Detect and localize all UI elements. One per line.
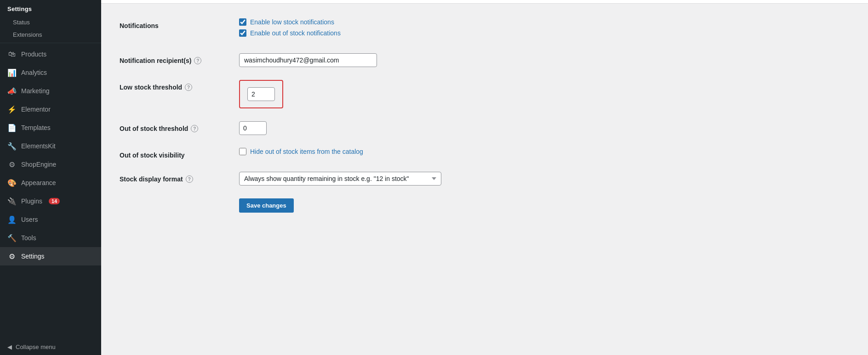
sidebar-item-label: Appearance bbox=[21, 179, 56, 186]
sidebar-item-plugins[interactable]: 🔌 Plugins 14 bbox=[0, 192, 101, 210]
plugins-icon: 🔌 bbox=[7, 197, 17, 206]
marketing-icon: 📣 bbox=[7, 86, 17, 96]
sidebar-divider bbox=[0, 43, 101, 43]
settings-icon: ⚙ bbox=[7, 252, 17, 261]
low-stock-highlight-box bbox=[239, 80, 283, 108]
low-stock-threshold-field bbox=[239, 80, 497, 108]
tools-icon: 🔨 bbox=[7, 233, 17, 242]
sidebar-item-label: ElementsKit bbox=[21, 142, 56, 150]
notification-recipient-help-icon[interactable]: ? bbox=[194, 57, 201, 64]
templates-icon: 📄 bbox=[7, 123, 17, 132]
notification-recipient-row: Notification recipient(s) ? bbox=[120, 53, 497, 67]
out-of-stock-visibility-checkbox-row[interactable]: Hide out of stock items from the catalog bbox=[239, 148, 497, 155]
out-of-stock-visibility-field: Hide out of stock items from the catalog bbox=[239, 148, 497, 159]
out-of-stock-threshold-field bbox=[239, 121, 497, 135]
sidebar-item-label: Users bbox=[21, 216, 38, 223]
low-stock-threshold-help-icon[interactable]: ? bbox=[185, 84, 192, 91]
out-of-stock-threshold-input[interactable] bbox=[239, 121, 267, 135]
sidebar-item-appearance[interactable]: 🎨 Appearance bbox=[0, 174, 101, 192]
notification-recipient-input[interactable] bbox=[239, 53, 377, 67]
sidebar-item-settings[interactable]: ⚙ Settings bbox=[0, 247, 101, 265]
users-icon: 👤 bbox=[7, 215, 17, 224]
save-row: Save changes bbox=[120, 198, 497, 213]
sidebar-item-label: Templates bbox=[21, 124, 51, 131]
sidebar-item-label: Plugins bbox=[21, 197, 42, 205]
stock-display-format-row: Stock display format ? Always show quant… bbox=[120, 172, 497, 186]
save-changes-button[interactable]: Save changes bbox=[239, 198, 294, 213]
sidebar-item-elementskit[interactable]: 🔧 ElementsKit bbox=[0, 137, 101, 155]
sidebar-item-shopengine[interactable]: ⚙ ShopEngine bbox=[0, 155, 101, 174]
products-icon: 🛍 bbox=[7, 50, 17, 59]
collapse-icon: ◀ bbox=[7, 344, 12, 350]
low-stock-threshold-input[interactable] bbox=[247, 87, 275, 101]
top-bar bbox=[101, 0, 868, 4]
sidebar-item-products[interactable]: 🛍 Products bbox=[0, 45, 101, 63]
out-of-stock-visibility-row: Out of stock visibility Hide out of stoc… bbox=[120, 148, 497, 159]
sidebar-header: Settings bbox=[0, 0, 101, 16]
content-area: Notifications Enable low stock notificat… bbox=[101, 4, 515, 240]
analytics-icon: 📊 bbox=[7, 68, 17, 77]
low-stock-threshold-row: Low stock threshold ? bbox=[120, 80, 497, 108]
notification-recipient-field bbox=[239, 53, 497, 67]
sidebar-subitem-status[interactable]: Status bbox=[0, 16, 101, 28]
out-of-stock-threshold-row: Out of stock threshold ? bbox=[120, 121, 497, 135]
plugins-badge: 14 bbox=[49, 198, 60, 204]
stock-display-format-select[interactable]: Always show quantity remaining in stock … bbox=[239, 172, 441, 186]
sidebar-collapse-button[interactable]: ◀ Collapse menu bbox=[0, 339, 101, 355]
out-of-stock-visibility-label: Out of stock visibility bbox=[120, 148, 239, 159]
main-content: Notifications Enable low stock notificat… bbox=[101, 0, 868, 355]
sidebar-item-label: ShopEngine bbox=[21, 161, 56, 168]
sidebar-item-templates[interactable]: 📄 Templates bbox=[0, 118, 101, 137]
notifications-label: Notifications bbox=[120, 18, 239, 29]
elementskit-icon: 🔧 bbox=[7, 141, 17, 151]
sidebar: Settings Status Extensions 🛍 Products 📊 … bbox=[0, 0, 101, 355]
enable-low-stock-checkbox-row[interactable]: Enable low stock notifications bbox=[239, 18, 497, 26]
out-of-stock-threshold-help-icon[interactable]: ? bbox=[191, 125, 198, 132]
enable-low-stock-label: Enable low stock notifications bbox=[250, 18, 334, 26]
sidebar-subitem-extensions[interactable]: Extensions bbox=[0, 28, 101, 41]
sidebar-item-label: Marketing bbox=[21, 87, 49, 95]
collapse-label: Collapse menu bbox=[16, 344, 56, 350]
enable-out-of-stock-checkbox-row[interactable]: Enable out of stock notifications bbox=[239, 29, 497, 37]
appearance-icon: 🎨 bbox=[7, 178, 17, 187]
sidebar-item-users[interactable]: 👤 Users bbox=[0, 210, 101, 229]
out-of-stock-visibility-checkbox-label: Hide out of stock items from the catalog bbox=[250, 148, 363, 155]
sidebar-item-label: Analytics bbox=[21, 69, 47, 76]
enable-out-of-stock-checkbox[interactable] bbox=[239, 29, 246, 37]
notifications-row: Notifications Enable low stock notificat… bbox=[120, 18, 497, 40]
sidebar-item-marketing[interactable]: 📣 Marketing bbox=[0, 82, 101, 100]
out-of-stock-visibility-checkbox[interactable] bbox=[239, 148, 246, 155]
sidebar-item-elementor[interactable]: ⚡ Elementor bbox=[0, 100, 101, 118]
notifications-fields: Enable low stock notifications Enable ou… bbox=[239, 18, 497, 40]
sidebar-item-label: Settings bbox=[21, 253, 45, 260]
enable-out-of-stock-label: Enable out of stock notifications bbox=[250, 29, 341, 37]
elementor-icon: ⚡ bbox=[7, 105, 17, 114]
stock-display-format-label: Stock display format ? bbox=[120, 172, 239, 183]
low-stock-threshold-label: Low stock threshold ? bbox=[120, 80, 239, 91]
out-of-stock-threshold-label: Out of stock threshold ? bbox=[120, 121, 239, 132]
sidebar-item-tools[interactable]: 🔨 Tools bbox=[0, 229, 101, 247]
shopengine-icon: ⚙ bbox=[7, 160, 17, 169]
sidebar-item-label: Elementor bbox=[21, 106, 51, 113]
stock-display-format-field: Always show quantity remaining in stock … bbox=[239, 172, 497, 186]
enable-low-stock-checkbox[interactable] bbox=[239, 18, 246, 26]
sidebar-item-label: Products bbox=[21, 51, 46, 58]
sidebar-item-analytics[interactable]: 📊 Analytics bbox=[0, 63, 101, 82]
sidebar-item-label: Tools bbox=[21, 234, 36, 242]
notification-recipient-label: Notification recipient(s) ? bbox=[120, 53, 239, 64]
stock-display-format-help-icon[interactable]: ? bbox=[186, 175, 193, 183]
